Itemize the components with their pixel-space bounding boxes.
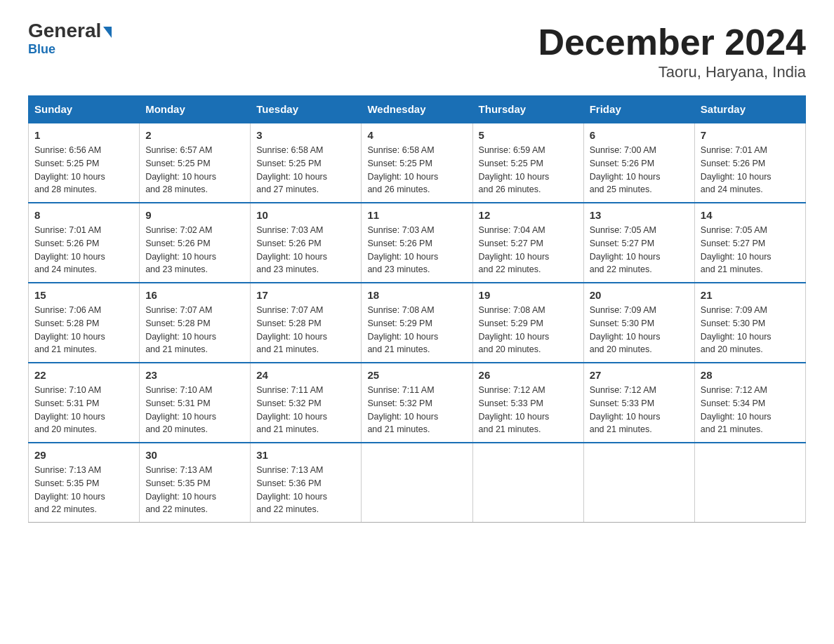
calendar-cell: 28Sunrise: 7:12 AMSunset: 5:34 PMDayligh… (694, 363, 805, 443)
day-info: Sunrise: 7:01 AMSunset: 5:26 PMDaylight:… (701, 144, 800, 196)
day-number: 1 (34, 129, 133, 141)
day-info: Sunrise: 7:09 AMSunset: 5:30 PMDaylight:… (590, 304, 689, 356)
calendar-header-sunday: Sunday (29, 96, 140, 123)
day-info: Sunrise: 7:12 AMSunset: 5:33 PMDaylight:… (479, 384, 578, 436)
day-info: Sunrise: 6:57 AMSunset: 5:25 PMDaylight:… (145, 144, 244, 196)
day-number: 28 (701, 369, 800, 381)
logo-subtitle: Blue (28, 42, 55, 57)
day-number: 10 (256, 209, 355, 221)
calendar-cell: 20Sunrise: 7:09 AMSunset: 5:30 PMDayligh… (583, 283, 694, 363)
calendar-cell: 13Sunrise: 7:05 AMSunset: 5:27 PMDayligh… (583, 203, 694, 283)
day-info: Sunrise: 7:13 AMSunset: 5:35 PMDaylight:… (34, 464, 133, 516)
day-number: 12 (479, 209, 578, 221)
day-info: Sunrise: 7:12 AMSunset: 5:34 PMDaylight:… (701, 384, 800, 436)
day-info: Sunrise: 7:07 AMSunset: 5:28 PMDaylight:… (256, 304, 355, 356)
day-info: Sunrise: 7:10 AMSunset: 5:31 PMDaylight:… (34, 384, 133, 436)
day-info: Sunrise: 7:11 AMSunset: 5:32 PMDaylight:… (367, 384, 466, 436)
day-number: 21 (701, 289, 800, 301)
calendar-header-monday: Monday (140, 96, 251, 123)
day-info: Sunrise: 7:10 AMSunset: 5:31 PMDaylight:… (145, 384, 244, 436)
day-info: Sunrise: 7:01 AMSunset: 5:26 PMDaylight:… (34, 224, 133, 276)
calendar-cell: 22Sunrise: 7:10 AMSunset: 5:31 PMDayligh… (29, 363, 140, 443)
day-info: Sunrise: 7:13 AMSunset: 5:35 PMDaylight:… (145, 464, 244, 516)
day-number: 29 (34, 449, 133, 461)
calendar-cell: 18Sunrise: 7:08 AMSunset: 5:29 PMDayligh… (362, 283, 472, 363)
title-block: December 2024 Taoru, Haryana, India (538, 21, 806, 81)
day-number: 7 (701, 129, 800, 141)
calendar-cell (694, 443, 805, 523)
day-number: 26 (479, 369, 578, 381)
calendar-cell: 1Sunrise: 6:56 AMSunset: 5:25 PMDaylight… (29, 123, 140, 203)
day-number: 27 (590, 369, 689, 381)
calendar-cell: 19Sunrise: 7:08 AMSunset: 5:29 PMDayligh… (472, 283, 583, 363)
calendar-cell: 9Sunrise: 7:02 AMSunset: 5:26 PMDaylight… (140, 203, 251, 283)
logo: General Blue (28, 21, 112, 57)
calendar-cell: 26Sunrise: 7:12 AMSunset: 5:33 PMDayligh… (472, 363, 583, 443)
day-info: Sunrise: 7:05 AMSunset: 5:27 PMDaylight:… (701, 224, 800, 276)
calendar-cell: 16Sunrise: 7:07 AMSunset: 5:28 PMDayligh… (140, 283, 251, 363)
day-number: 6 (590, 129, 689, 141)
calendar-cell: 29Sunrise: 7:13 AMSunset: 5:35 PMDayligh… (29, 443, 140, 523)
calendar-cell: 21Sunrise: 7:09 AMSunset: 5:30 PMDayligh… (694, 283, 805, 363)
day-number: 11 (367, 209, 466, 221)
day-info: Sunrise: 7:09 AMSunset: 5:30 PMDaylight:… (701, 304, 800, 356)
calendar-cell: 24Sunrise: 7:11 AMSunset: 5:32 PMDayligh… (251, 363, 362, 443)
calendar-cell: 4Sunrise: 6:58 AMSunset: 5:25 PMDaylight… (362, 123, 472, 203)
calendar-week-row: 1Sunrise: 6:56 AMSunset: 5:25 PMDaylight… (29, 123, 806, 203)
calendar-cell (362, 443, 472, 523)
day-info: Sunrise: 7:08 AMSunset: 5:29 PMDaylight:… (479, 304, 578, 356)
calendar-cell: 6Sunrise: 7:00 AMSunset: 5:26 PMDaylight… (583, 123, 694, 203)
calendar-header-row: SundayMondayTuesdayWednesdayThursdayFrid… (29, 96, 806, 123)
day-info: Sunrise: 7:00 AMSunset: 5:26 PMDaylight:… (590, 144, 689, 196)
day-number: 22 (34, 369, 133, 381)
day-number: 30 (145, 449, 244, 461)
calendar-week-row: 8Sunrise: 7:01 AMSunset: 5:26 PMDaylight… (29, 203, 806, 283)
calendar-cell (472, 443, 583, 523)
calendar-cell: 3Sunrise: 6:58 AMSunset: 5:25 PMDaylight… (251, 123, 362, 203)
calendar-cell: 15Sunrise: 7:06 AMSunset: 5:28 PMDayligh… (29, 283, 140, 363)
day-info: Sunrise: 7:03 AMSunset: 5:26 PMDaylight:… (367, 224, 466, 276)
day-info: Sunrise: 6:58 AMSunset: 5:25 PMDaylight:… (256, 144, 355, 196)
logo-name: General (28, 21, 112, 41)
page-subtitle: Taoru, Haryana, India (538, 63, 806, 81)
calendar-header-friday: Friday (583, 96, 694, 123)
page-header: General Blue December 2024 Taoru, Haryan… (28, 21, 806, 81)
day-number: 19 (479, 289, 578, 301)
day-number: 2 (145, 129, 244, 141)
day-info: Sunrise: 7:11 AMSunset: 5:32 PMDaylight:… (256, 384, 355, 436)
day-number: 14 (701, 209, 800, 221)
calendar-header-thursday: Thursday (472, 96, 583, 123)
calendar-header-wednesday: Wednesday (362, 96, 472, 123)
day-info: Sunrise: 6:58 AMSunset: 5:25 PMDaylight:… (367, 144, 466, 196)
day-info: Sunrise: 7:13 AMSunset: 5:36 PMDaylight:… (256, 464, 355, 516)
calendar-cell: 2Sunrise: 6:57 AMSunset: 5:25 PMDaylight… (140, 123, 251, 203)
day-number: 3 (256, 129, 355, 141)
calendar-cell: 31Sunrise: 7:13 AMSunset: 5:36 PMDayligh… (251, 443, 362, 523)
calendar-cell: 7Sunrise: 7:01 AMSunset: 5:26 PMDaylight… (694, 123, 805, 203)
day-number: 23 (145, 369, 244, 381)
day-number: 31 (256, 449, 355, 461)
day-info: Sunrise: 7:03 AMSunset: 5:26 PMDaylight:… (256, 224, 355, 276)
calendar-cell: 23Sunrise: 7:10 AMSunset: 5:31 PMDayligh… (140, 363, 251, 443)
calendar-header-saturday: Saturday (694, 96, 805, 123)
day-number: 18 (367, 289, 466, 301)
calendar-cell: 30Sunrise: 7:13 AMSunset: 5:35 PMDayligh… (140, 443, 251, 523)
calendar-cell: 12Sunrise: 7:04 AMSunset: 5:27 PMDayligh… (472, 203, 583, 283)
day-info: Sunrise: 6:56 AMSunset: 5:25 PMDaylight:… (34, 144, 133, 196)
calendar-cell: 14Sunrise: 7:05 AMSunset: 5:27 PMDayligh… (694, 203, 805, 283)
calendar-cell: 11Sunrise: 7:03 AMSunset: 5:26 PMDayligh… (362, 203, 472, 283)
day-number: 13 (590, 209, 689, 221)
day-info: Sunrise: 7:08 AMSunset: 5:29 PMDaylight:… (367, 304, 466, 356)
day-info: Sunrise: 7:12 AMSunset: 5:33 PMDaylight:… (590, 384, 689, 436)
calendar-week-row: 29Sunrise: 7:13 AMSunset: 5:35 PMDayligh… (29, 443, 806, 523)
day-info: Sunrise: 7:05 AMSunset: 5:27 PMDaylight:… (590, 224, 689, 276)
day-info: Sunrise: 7:02 AMSunset: 5:26 PMDaylight:… (145, 224, 244, 276)
day-number: 25 (367, 369, 466, 381)
day-info: Sunrise: 7:07 AMSunset: 5:28 PMDaylight:… (145, 304, 244, 356)
day-info: Sunrise: 7:04 AMSunset: 5:27 PMDaylight:… (479, 224, 578, 276)
calendar-cell: 17Sunrise: 7:07 AMSunset: 5:28 PMDayligh… (251, 283, 362, 363)
page-title: December 2024 (538, 21, 806, 63)
day-number: 20 (590, 289, 689, 301)
calendar-cell: 25Sunrise: 7:11 AMSunset: 5:32 PMDayligh… (362, 363, 472, 443)
calendar-week-row: 22Sunrise: 7:10 AMSunset: 5:31 PMDayligh… (29, 363, 806, 443)
